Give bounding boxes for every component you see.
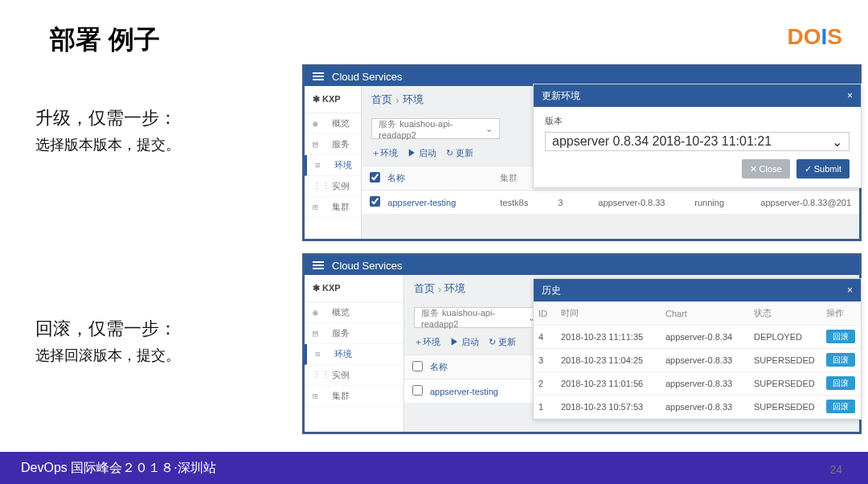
history-row: 22018-10-23 11:01:56appserver-0.8.33SUPE…: [534, 372, 861, 396]
sidebar: ✱ KXP ◉概览▤服务≡环境⋮⋮实例⊞集群: [305, 275, 404, 432]
side-icon: ⋮⋮: [313, 181, 326, 191]
refresh-button[interactable]: ↻ 更新: [489, 336, 516, 348]
start-button[interactable]: ▶ 启动: [407, 147, 436, 159]
desc-upgrade: 升级，仅需一步： 选择版本版本，提交。: [35, 106, 180, 154]
brand: ✱ KXP: [305, 275, 403, 302]
rollback-button[interactable]: 回滚: [826, 353, 855, 367]
crumb-home[interactable]: 首页: [414, 281, 435, 296]
desc-rollback: 回滚，仅需一步： 选择回滚版本，提交。: [35, 317, 180, 365]
rollback-button[interactable]: 回滚: [826, 376, 855, 390]
history-row: 12018-10-23 10:57:53appserver-0.8.33SUPE…: [534, 396, 861, 419]
side-icon: ◉: [313, 118, 326, 129]
side-icon: ◉: [313, 307, 326, 318]
page-number: 24: [829, 463, 842, 476]
topbar: Cloud Services: [305, 256, 859, 275]
add-env-button[interactable]: ＋环境: [414, 336, 440, 348]
sidebar-item-4[interactable]: ⊞集群: [305, 197, 361, 218]
rollback-button[interactable]: 回滚: [826, 400, 855, 413]
sidebar-item-3[interactable]: ⋮⋮实例: [305, 365, 403, 386]
sidebar-item-0[interactable]: ◉概览: [305, 302, 403, 323]
footer: DevOps 国际峰会２０１８·深圳站: [0, 452, 868, 484]
sidebar: ✱ KXP ◉概览▤服务≡环境⋮⋮实例⊞集群: [305, 86, 362, 239]
add-env-button[interactable]: ＋环境: [371, 147, 398, 159]
crumb-env[interactable]: 环境: [403, 92, 424, 107]
sidebar-item-2[interactable]: ≡环境: [305, 344, 403, 365]
side-icon: ⋮⋮: [313, 370, 326, 380]
app-title: Cloud Services: [332, 71, 402, 83]
sidebar-item-2[interactable]: ≡环境: [305, 155, 361, 176]
side-icon: ▤: [313, 139, 326, 150]
popup-title: 历史: [542, 284, 561, 297]
row-checkbox[interactable]: [370, 196, 380, 207]
select-all-checkbox[interactable]: [370, 172, 380, 183]
side-icon: ⊞: [313, 202, 326, 212]
side-icon: ⊞: [313, 391, 326, 401]
sidebar-item-4[interactable]: ⊞集群: [305, 386, 403, 407]
close-button[interactable]: ✕ Close: [742, 159, 790, 178]
crumb-home[interactable]: 首页: [371, 92, 392, 107]
chevron-down-icon: ⌄: [485, 124, 493, 134]
version-label: 版本: [545, 115, 850, 127]
menu-icon[interactable]: [313, 260, 324, 271]
sidebar-item-1[interactable]: ▤服务: [305, 323, 403, 344]
side-icon: ≡: [315, 160, 328, 170]
start-button[interactable]: ▶ 启动: [450, 336, 479, 348]
select-all-checkbox[interactable]: [412, 361, 423, 371]
history-row: 32018-10-23 11:04:25appserver-0.8.33SUPE…: [534, 349, 861, 372]
dropdown-icon: ⌄: [832, 134, 842, 150]
menu-icon[interactable]: [313, 71, 324, 82]
service-select[interactable]: 服务kuaishou-api-readapp2 ⌄: [414, 307, 542, 328]
app-title: Cloud Services: [332, 260, 402, 272]
close-icon[interactable]: ×: [847, 90, 853, 101]
history-row: 42018-10-23 11:11:35appserver-0.8.34DEPL…: [534, 326, 861, 349]
refresh-button[interactable]: ↻ 更新: [446, 147, 473, 159]
table-row[interactable]: appserver-testing testk8s 3 appserver-0.…: [362, 190, 859, 214]
history-table: ID 时间 Chart 状态 操作 42018-10-23 11:11:35ap…: [534, 301, 861, 419]
crumb-env[interactable]: 环境: [444, 281, 465, 296]
brand: ✱ KXP: [305, 86, 361, 113]
sidebar-item-1[interactable]: ▤服务: [305, 134, 361, 155]
popup-title: 更新环境: [542, 89, 580, 103]
logo: DOIS: [788, 24, 842, 50]
side-icon: ≡: [315, 349, 328, 359]
slide-title: 部署 例子: [50, 23, 160, 58]
sidebar-item-0[interactable]: ◉概览: [305, 113, 361, 134]
rollback-button[interactable]: 回滚: [826, 330, 855, 343]
version-select[interactable]: appserver 0.8.34 2018-10-23 11:01:21 ⌄: [545, 132, 850, 151]
update-env-popup: 更新环境 × 版本 appserver 0.8.34 2018-10-23 11…: [533, 84, 862, 188]
service-select[interactable]: 服务kuaishou-api-readapp2 ⌄: [371, 118, 500, 139]
close-icon[interactable]: ×: [847, 285, 853, 296]
sidebar-item-3[interactable]: ⋮⋮实例: [305, 176, 361, 197]
submit-button[interactable]: ✓ Submit: [796, 159, 850, 178]
history-popup: 历史 × ID 时间 Chart 状态 操作 42018-10-23 11:11…: [533, 278, 862, 420]
row-checkbox[interactable]: [412, 385, 423, 396]
side-icon: ▤: [313, 328, 326, 338]
